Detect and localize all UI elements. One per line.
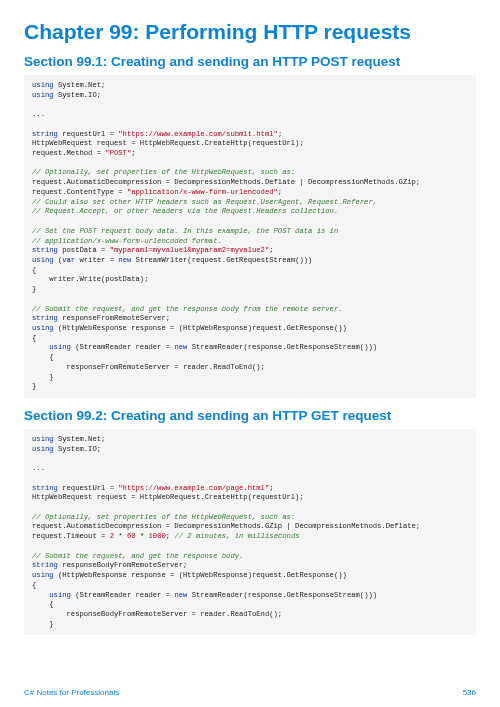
footer-page-number: 536 [463, 688, 476, 697]
code-block-1: using System.Net; using System.IO; ... s… [24, 75, 476, 398]
section-1-title: Section 99.1: Creating and sending an HT… [24, 54, 476, 69]
section-2-title: Section 99.2: Creating and sending an HT… [24, 408, 476, 423]
code-block-2: using System.Net; using System.IO; ... s… [24, 429, 476, 635]
footer-left: C# Notes for Professionals [24, 688, 119, 697]
page-footer: C# Notes for Professionals 536 [24, 688, 476, 697]
chapter-title: Chapter 99: Performing HTTP requests [24, 20, 476, 44]
